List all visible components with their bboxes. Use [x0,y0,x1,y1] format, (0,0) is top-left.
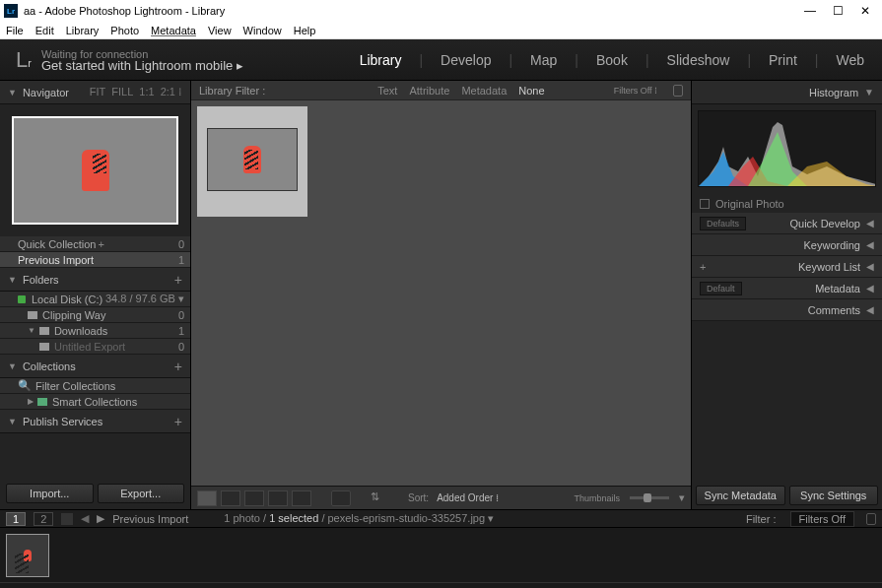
thumbnail-grid[interactable] [191,100,691,486]
module-book[interactable]: Book [594,52,630,68]
sort-order[interactable]: Added Order ⁞ [437,492,499,503]
folders-label: Folders [23,274,59,286]
filter-lock-icon[interactable] [673,85,683,97]
page-2[interactable]: 2 [34,512,53,526]
filter-label: Library Filter : [199,85,265,97]
menu-photo[interactable]: Photo [110,25,139,36]
sort-direction-icon[interactable]: ⇅ [371,490,384,506]
filters-off[interactable]: Filters Off ⁞ [614,86,657,96]
folders-header[interactable]: ▼ Folders + [0,268,190,292]
filter-text[interactable]: Text [377,85,397,97]
folder-count: 0 [178,309,184,321]
disk-row[interactable]: Local Disk (C:) 34.8 / 97.6 GB ▾ [0,292,190,307]
page-1[interactable]: 1 [6,512,26,526]
collections-header[interactable]: ▼ Collections + [0,355,190,378]
add-collection-icon[interactable]: + [174,359,182,374]
folder-icon [28,311,37,319]
sync-settings-button[interactable]: Sync Settings [789,486,879,505]
filmstrip-scrollbar[interactable] [0,582,882,588]
nav-21[interactable]: 2:1 ⁞ [161,86,182,98]
right-panel: Histogram ▼ Original Photo [691,81,882,509]
histogram-header[interactable]: Histogram ▼ [692,81,882,104]
folder-label: Downloads [54,325,107,337]
nav-fill[interactable]: FILL [111,86,133,98]
folder-icon [39,327,49,335]
filter-preset-dropdown[interactable]: Filters Off [790,511,854,527]
thumbnail-size-slider[interactable] [630,496,669,499]
module-develop[interactable]: Develop [439,52,493,68]
view-people-icon[interactable] [292,490,311,506]
metadata-header[interactable]: Default Metadata ◀ [692,278,882,299]
comments-header[interactable]: Comments ◀ [692,299,882,321]
smart-collections-row[interactable]: ▶ Smart Collections [0,394,190,410]
disclosure-icon[interactable]: ▶ [28,397,34,406]
minimize-button[interactable]: — [803,4,817,18]
grid-cell[interactable] [197,106,307,217]
defaults-dropdown[interactable]: Defaults [700,217,746,230]
module-library[interactable]: Library [358,52,404,68]
keyword-list-header[interactable]: + Keyword List ◀ [692,256,882,278]
view-survey-icon[interactable] [268,490,288,506]
mobile-prompt[interactable]: Waiting for connection Get started with … [41,48,243,72]
folder-row[interactable]: Untitled Export 0 [0,339,190,355]
menu-view[interactable]: View [208,25,232,36]
previous-import-row[interactable]: Previous Import 1 [0,252,190,268]
view-compare-icon[interactable] [244,490,264,506]
menu-window[interactable]: Window [243,25,282,36]
toolbar-menu-icon[interactable]: ▾ [679,491,685,504]
next-arrow-icon[interactable]: ▶ [97,512,104,525]
quick-collection-plus: + [98,238,103,250]
module-print[interactable]: Print [767,52,799,68]
nav-11[interactable]: 1:1 [139,86,154,98]
filter-none[interactable]: None [518,85,544,97]
keywording-header[interactable]: Keywording ◀ [692,234,882,256]
smart-collections-label: Smart Collections [52,396,137,408]
folder-row[interactable]: ▼ Downloads 1 [0,323,190,339]
filmstrip[interactable] [0,527,882,582]
quick-develop-header[interactable]: Defaults Quick Develop ◀ [692,213,882,234]
filmstrip-thumbnail[interactable] [6,534,49,577]
publish-header[interactable]: ▼ Publish Services + [0,410,190,433]
maximize-button[interactable]: ☐ [831,4,845,18]
export-button[interactable]: Export... [98,484,185,503]
add-keyword-icon[interactable]: + [700,261,706,273]
quick-collection-row[interactable]: Quick Collection+ 0 [0,236,190,252]
sync-metadata-button[interactable]: Sync Metadata [696,486,785,505]
module-map[interactable]: Map [528,52,559,68]
filter-metadata[interactable]: Metadata [461,85,507,97]
filter-collections-row[interactable]: 🔍 Filter Collections [0,378,190,394]
metadata-dropdown[interactable]: Default [700,282,742,295]
original-photo-row[interactable]: Original Photo [692,195,882,213]
folder-count: 0 [178,341,184,353]
filter-lock-icon[interactable] [866,513,876,525]
previous-import-label: Previous Import [18,254,94,266]
module-web[interactable]: Web [834,52,866,68]
close-button[interactable]: ✕ [858,4,872,18]
checkbox-icon[interactable] [700,199,710,209]
menu-file[interactable]: File [6,25,24,36]
histogram-display[interactable] [692,104,882,195]
add-publish-icon[interactable]: + [174,414,182,429]
menu-help[interactable]: Help [294,25,316,36]
mobile-link[interactable]: Get started with Lightroom mobile ▸ [41,60,243,72]
filter-attribute[interactable]: Attribute [409,85,449,97]
menu-metadata[interactable]: Metadata [151,25,196,36]
view-loupe-icon[interactable] [221,490,240,506]
add-folder-icon[interactable]: + [174,272,182,288]
source-label[interactable]: Previous Import [112,513,188,525]
previous-import-count: 1 [178,254,184,266]
folder-row[interactable]: Clipping Way 0 [0,307,190,323]
disclosure-icon[interactable]: ▼ [28,326,35,335]
import-button[interactable]: Import... [6,484,94,503]
navigator-header[interactable]: ▼ Navigator FIT FILL 1:1 2:1 ⁞ [0,81,190,104]
disclosure-icon: ◀ [866,239,874,250]
navigator-preview[interactable] [0,104,190,236]
grid-mode-icon[interactable] [61,513,73,525]
module-slideshow[interactable]: Slideshow [665,52,732,68]
prev-arrow-icon[interactable]: ◀ [81,512,89,525]
menu-edit[interactable]: Edit [35,25,54,36]
menu-library[interactable]: Library [66,25,100,36]
nav-fit[interactable]: FIT [90,86,106,98]
painter-icon[interactable] [331,490,351,506]
view-grid-icon[interactable] [197,490,217,506]
